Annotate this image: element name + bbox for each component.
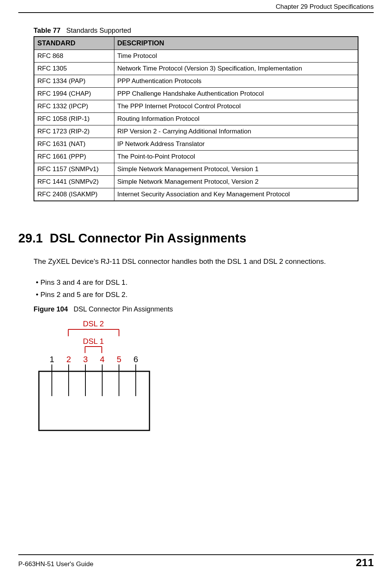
chapter-header: Chapter 29 Product Specifications (276, 3, 374, 11)
dsl1-label: DSL 1 (83, 337, 104, 345)
figure-label: Figure 104 (34, 305, 68, 313)
section-heading: 29.1 DSL Connector Pin Assignments (18, 231, 358, 246)
bullet-item: Pins 3 and 4 are for DSL 1. (36, 276, 358, 289)
figure-caption: Figure 104 DSL Connector Pin Assignments (34, 305, 358, 313)
cell-standard: RFC 1157 (SNMPv1) (34, 163, 114, 176)
bullet-list: Pins 3 and 4 are for DSL 1. Pins 2 and 5… (36, 276, 358, 301)
table-row: RFC 1661 (PPP)The Point-to-Point Protoco… (34, 151, 358, 163)
cell-standard: RFC 1631 (NAT) (34, 138, 114, 151)
table-row: RFC 868Time Protocol (34, 50, 358, 63)
pin-num-5: 5 (117, 355, 121, 364)
connector-svg: DSL 2 DSL 1 1 2 3 4 5 6 (35, 318, 157, 432)
connector-body (39, 371, 149, 430)
page-frame: Chapter 29 Product Specifications Table … (18, 12, 374, 569)
table-label: Table 77 (34, 27, 61, 34)
pin-num-1: 1 (50, 355, 54, 364)
cell-description: Network Time Protocol (Version 3) Specif… (114, 63, 358, 75)
table-row: RFC 1631 (NAT)IP Network Address Transla… (34, 138, 358, 151)
top-rule (18, 12, 374, 13)
cell-description: The PPP Internet Protocol Control Protoc… (114, 100, 358, 113)
table-row: RFC 1441 (SNMPv2)Simple Network Manageme… (34, 176, 358, 188)
cell-description: Simple Network Management Protocol, Vers… (114, 176, 358, 188)
cell-standard: RFC 2408 (ISAKMP) (34, 188, 114, 201)
table-row: RFC 1994 (CHAP)PPP Challenge Handshake A… (34, 88, 358, 100)
standards-table: STANDARD DESCRIPTION RFC 868Time Protoco… (34, 36, 358, 201)
footer-page: 211 (356, 557, 374, 569)
cell-standard: RFC 1661 (PPP) (34, 151, 114, 163)
section-number: 29.1 (18, 231, 43, 245)
cell-description: RIP Version 2 - Carrying Additional Info… (114, 125, 358, 138)
table-row: RFC 1723 (RIP-2)RIP Version 2 - Carrying… (34, 125, 358, 138)
cell-description: IP Network Address Translator (114, 138, 358, 151)
bullet-item: Pins 2 and 5 are for DSL 2. (36, 289, 358, 301)
cell-standard: RFC 1723 (RIP-2) (34, 125, 114, 138)
section-title: DSL Connector Pin Assignments (50, 231, 246, 245)
table-row: RFC 1334 (PAP)PPP Authentication Protoco… (34, 75, 358, 88)
cell-standard: RFC 1334 (PAP) (34, 75, 114, 88)
th-standard: STANDARD (34, 37, 114, 50)
table-row: RFC 1157 (SNMPv1)Simple Network Manageme… (34, 163, 358, 176)
cell-standard: RFC 1332 (IPCP) (34, 100, 114, 113)
th-description: DESCRIPTION (114, 37, 358, 50)
dsl2-label: DSL 2 (83, 319, 104, 328)
table-row: RFC 1305Network Time Protocol (Version 3… (34, 63, 358, 75)
cell-standard: RFC 1994 (CHAP) (34, 88, 114, 100)
cell-standard: RFC 868 (34, 50, 114, 63)
table-row: RFC 2408 (ISAKMP)Internet Security Assoc… (34, 188, 358, 201)
pin-num-6: 6 (133, 355, 138, 364)
cell-standard: RFC 1058 (RIP-1) (34, 113, 114, 125)
footer-guide: P-663HN-51 User's Guide (18, 560, 93, 568)
cell-description: PPP Challenge Handshake Authentication P… (114, 88, 358, 100)
cell-description: Time Protocol (114, 50, 358, 63)
table-row: RFC 1058 (RIP-1)Routing Information Prot… (34, 113, 358, 125)
table-title: Standards Supported (66, 27, 131, 34)
footer: P-663HN-51 User's Guide 211 (18, 554, 374, 569)
cell-description: Routing Information Protocol (114, 113, 358, 125)
pin-num-4: 4 (100, 355, 104, 364)
pin-diagram: DSL 2 DSL 1 1 2 3 4 5 6 (35, 318, 358, 434)
cell-standard: RFC 1305 (34, 63, 114, 75)
figure-title: DSL Connector Pin Assignments (74, 305, 173, 313)
cell-description: Simple Network Management Protocol, Vers… (114, 163, 358, 176)
content-area: Table 77 Standards Supported STANDARD DE… (34, 27, 358, 434)
cell-standard: RFC 1441 (SNMPv2) (34, 176, 114, 188)
pin-num-2: 2 (66, 355, 71, 364)
table-row: RFC 1332 (IPCP)The PPP Internet Protocol… (34, 100, 358, 113)
body-paragraph: The ZyXEL Device's RJ-11 DSL connector h… (34, 256, 358, 267)
pin-num-3: 3 (83, 355, 88, 364)
cell-description: The Point-to-Point Protocol (114, 151, 358, 163)
cell-description: Internet Security Association and Key Ma… (114, 188, 358, 201)
cell-description: PPP Authentication Protocols (114, 75, 358, 88)
table-caption: Table 77 Standards Supported (34, 27, 358, 35)
